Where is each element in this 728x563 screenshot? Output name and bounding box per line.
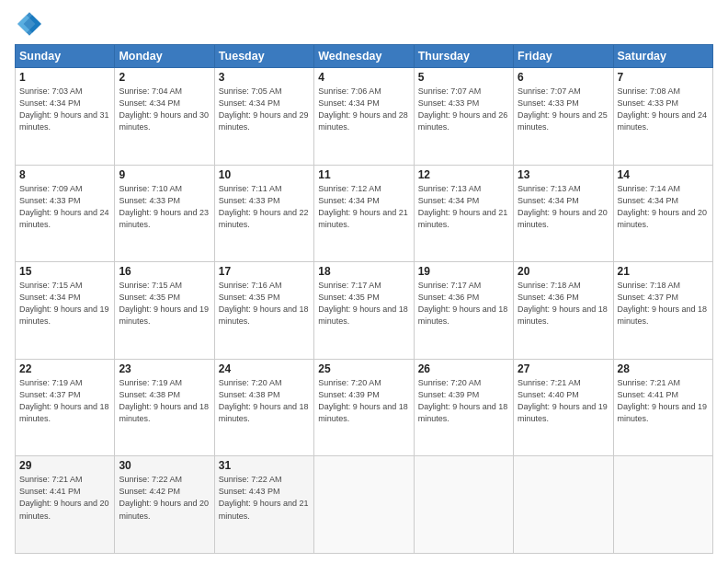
calendar-cell: 16Sunrise: 7:15 AMSunset: 4:35 PMDayligh… <box>115 262 214 360</box>
day-detail: Sunrise: 7:10 AMSunset: 4:33 PMDaylight:… <box>119 183 210 231</box>
day-detail: Sunrise: 7:17 AMSunset: 4:36 PMDaylight:… <box>418 280 509 327</box>
header-row: SundayMondayTuesdayWednesdayThursdayFrid… <box>16 45 713 68</box>
day-detail: Sunrise: 7:20 AMSunset: 4:39 PMDaylight:… <box>318 377 409 425</box>
week-row-3: 15Sunrise: 7:15 AMSunset: 4:34 PMDayligh… <box>16 262 713 360</box>
day-number: 5 <box>418 71 509 84</box>
calendar-body: 1Sunrise: 7:03 AMSunset: 4:34 PMDaylight… <box>16 68 713 554</box>
header-day-monday: Monday <box>115 45 214 68</box>
calendar-cell <box>613 456 712 554</box>
calendar-cell: 21Sunrise: 7:18 AMSunset: 4:37 PMDayligh… <box>613 262 712 360</box>
header-day-friday: Friday <box>514 45 613 68</box>
calendar-cell: 9Sunrise: 7:10 AMSunset: 4:33 PMDaylight… <box>115 165 214 262</box>
calendar-cell <box>514 456 613 554</box>
day-number: 1 <box>19 71 110 84</box>
day-number: 17 <box>219 265 310 278</box>
day-detail: Sunrise: 7:18 AMSunset: 4:36 PMDaylight:… <box>518 280 609 327</box>
calendar-cell: 13Sunrise: 7:13 AMSunset: 4:34 PMDayligh… <box>514 165 613 262</box>
week-row-1: 1Sunrise: 7:03 AMSunset: 4:34 PMDaylight… <box>16 68 713 166</box>
day-number: 29 <box>19 459 110 472</box>
day-detail: Sunrise: 7:15 AMSunset: 4:35 PMDaylight:… <box>119 280 210 327</box>
day-number: 15 <box>19 265 110 278</box>
day-detail: Sunrise: 7:11 AMSunset: 4:33 PMDaylight:… <box>219 183 310 231</box>
day-detail: Sunrise: 7:07 AMSunset: 4:33 PMDaylight:… <box>418 86 509 133</box>
day-number: 19 <box>418 265 509 278</box>
day-number: 28 <box>618 362 709 375</box>
week-row-2: 8Sunrise: 7:09 AMSunset: 4:33 PMDaylight… <box>16 165 713 262</box>
day-number: 9 <box>119 168 210 181</box>
day-detail: Sunrise: 7:15 AMSunset: 4:34 PMDaylight:… <box>19 280 110 327</box>
calendar-header: SundayMondayTuesdayWednesdayThursdayFrid… <box>16 45 713 68</box>
day-number: 12 <box>418 168 509 181</box>
day-number: 7 <box>618 71 709 84</box>
day-number: 30 <box>119 459 210 472</box>
day-number: 11 <box>318 168 409 181</box>
day-detail: Sunrise: 7:21 AMSunset: 4:41 PMDaylight:… <box>618 377 709 425</box>
day-detail: Sunrise: 7:09 AMSunset: 4:33 PMDaylight:… <box>19 183 110 231</box>
header-day-saturday: Saturday <box>613 45 712 68</box>
day-detail: Sunrise: 7:19 AMSunset: 4:37 PMDaylight:… <box>19 377 110 425</box>
logo-icon <box>15 9 44 39</box>
day-detail: Sunrise: 7:16 AMSunset: 4:35 PMDaylight:… <box>219 280 310 327</box>
day-number: 14 <box>618 168 709 181</box>
calendar-cell: 10Sunrise: 7:11 AMSunset: 4:33 PMDayligh… <box>214 165 313 262</box>
week-row-4: 22Sunrise: 7:19 AMSunset: 4:37 PMDayligh… <box>16 359 713 456</box>
day-number: 16 <box>119 265 210 278</box>
day-number: 25 <box>318 362 409 375</box>
calendar-cell: 26Sunrise: 7:20 AMSunset: 4:39 PMDayligh… <box>414 359 513 456</box>
day-detail: Sunrise: 7:14 AMSunset: 4:34 PMDaylight:… <box>618 183 709 231</box>
day-number: 31 <box>219 459 310 472</box>
day-detail: Sunrise: 7:13 AMSunset: 4:34 PMDaylight:… <box>418 183 509 231</box>
calendar-cell: 15Sunrise: 7:15 AMSunset: 4:34 PMDayligh… <box>16 262 115 360</box>
calendar-cell: 24Sunrise: 7:20 AMSunset: 4:38 PMDayligh… <box>214 359 313 456</box>
day-number: 21 <box>618 265 709 278</box>
day-detail: Sunrise: 7:22 AMSunset: 4:43 PMDaylight:… <box>219 474 310 522</box>
header-day-sunday: Sunday <box>16 45 115 68</box>
day-number: 26 <box>418 362 509 375</box>
calendar-cell: 29Sunrise: 7:21 AMSunset: 4:41 PMDayligh… <box>16 456 115 554</box>
calendar-cell: 3Sunrise: 7:05 AMSunset: 4:34 PMDaylight… <box>214 68 313 166</box>
day-detail: Sunrise: 7:21 AMSunset: 4:41 PMDaylight:… <box>19 474 110 522</box>
day-detail: Sunrise: 7:22 AMSunset: 4:42 PMDaylight:… <box>119 474 210 522</box>
calendar-cell: 14Sunrise: 7:14 AMSunset: 4:34 PMDayligh… <box>613 165 712 262</box>
day-number: 10 <box>219 168 310 181</box>
header <box>15 9 713 39</box>
calendar-cell: 28Sunrise: 7:21 AMSunset: 4:41 PMDayligh… <box>613 359 712 456</box>
day-number: 6 <box>518 71 609 84</box>
calendar-cell: 17Sunrise: 7:16 AMSunset: 4:35 PMDayligh… <box>214 262 313 360</box>
calendar-cell: 25Sunrise: 7:20 AMSunset: 4:39 PMDayligh… <box>314 359 414 456</box>
day-number: 2 <box>119 71 210 84</box>
page: SundayMondayTuesdayWednesdayThursdayFrid… <box>0 0 728 563</box>
day-number: 8 <box>19 168 110 181</box>
calendar-cell: 23Sunrise: 7:19 AMSunset: 4:38 PMDayligh… <box>115 359 214 456</box>
day-detail: Sunrise: 7:08 AMSunset: 4:33 PMDaylight:… <box>618 86 709 133</box>
calendar-cell: 18Sunrise: 7:17 AMSunset: 4:35 PMDayligh… <box>314 262 414 360</box>
day-number: 4 <box>318 71 409 84</box>
calendar-cell: 22Sunrise: 7:19 AMSunset: 4:37 PMDayligh… <box>16 359 115 456</box>
calendar-cell: 4Sunrise: 7:06 AMSunset: 4:34 PMDaylight… <box>314 68 414 166</box>
day-number: 13 <box>518 168 609 181</box>
day-detail: Sunrise: 7:19 AMSunset: 4:38 PMDaylight:… <box>119 377 210 425</box>
calendar-cell: 2Sunrise: 7:04 AMSunset: 4:34 PMDaylight… <box>115 68 214 166</box>
calendar-cell <box>314 456 414 554</box>
day-detail: Sunrise: 7:18 AMSunset: 4:37 PMDaylight:… <box>618 280 709 327</box>
day-detail: Sunrise: 7:05 AMSunset: 4:34 PMDaylight:… <box>219 86 310 133</box>
calendar-cell: 11Sunrise: 7:12 AMSunset: 4:34 PMDayligh… <box>314 165 414 262</box>
calendar-cell <box>414 456 513 554</box>
day-detail: Sunrise: 7:03 AMSunset: 4:34 PMDaylight:… <box>19 86 110 133</box>
calendar-cell: 6Sunrise: 7:07 AMSunset: 4:33 PMDaylight… <box>514 68 613 166</box>
day-detail: Sunrise: 7:06 AMSunset: 4:34 PMDaylight:… <box>318 86 409 133</box>
day-number: 3 <box>219 71 310 84</box>
calendar-cell: 1Sunrise: 7:03 AMSunset: 4:34 PMDaylight… <box>16 68 115 166</box>
logo <box>15 9 48 39</box>
day-detail: Sunrise: 7:12 AMSunset: 4:34 PMDaylight:… <box>318 183 409 231</box>
calendar-cell: 5Sunrise: 7:07 AMSunset: 4:33 PMDaylight… <box>414 68 513 166</box>
day-detail: Sunrise: 7:17 AMSunset: 4:35 PMDaylight:… <box>318 280 409 327</box>
day-number: 27 <box>518 362 609 375</box>
day-number: 18 <box>318 265 409 278</box>
calendar-cell: 31Sunrise: 7:22 AMSunset: 4:43 PMDayligh… <box>214 456 313 554</box>
day-number: 23 <box>119 362 210 375</box>
calendar-cell: 8Sunrise: 7:09 AMSunset: 4:33 PMDaylight… <box>16 165 115 262</box>
day-number: 20 <box>518 265 609 278</box>
calendar-cell: 12Sunrise: 7:13 AMSunset: 4:34 PMDayligh… <box>414 165 513 262</box>
header-day-tuesday: Tuesday <box>214 45 313 68</box>
